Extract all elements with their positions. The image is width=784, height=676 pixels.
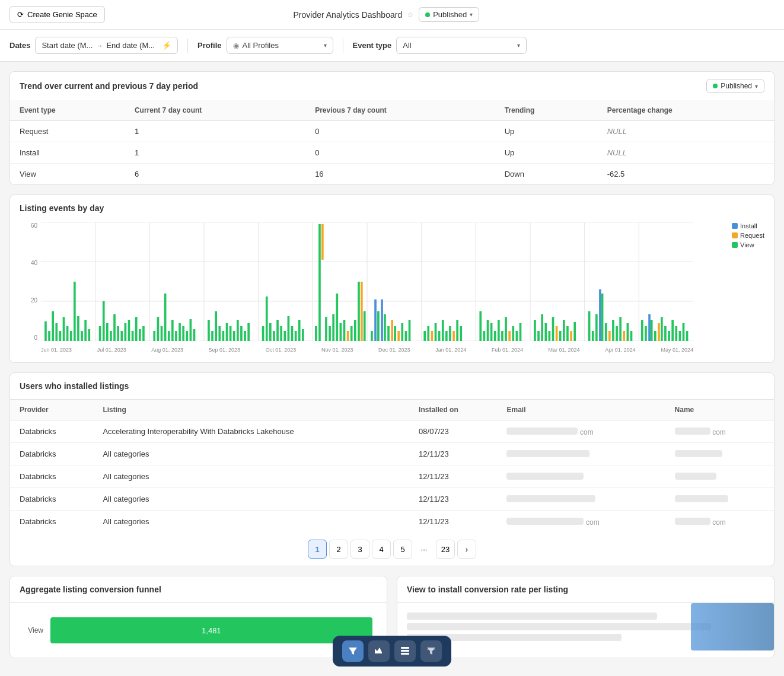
svg-rect-74 xyxy=(295,331,297,341)
view-color-dot xyxy=(732,242,738,248)
svg-rect-62 xyxy=(240,326,243,341)
page-1-button[interactable]: 1 xyxy=(308,540,327,559)
provider-cell: Databricks xyxy=(10,465,93,488)
svg-rect-28 xyxy=(99,326,101,341)
email-cell xyxy=(497,488,665,511)
col-listing: Listing xyxy=(93,400,409,420)
svg-rect-84 xyxy=(340,323,342,341)
svg-rect-82 xyxy=(332,314,334,341)
svg-rect-76 xyxy=(302,329,304,341)
svg-rect-45 xyxy=(168,331,170,341)
svg-rect-151 xyxy=(630,331,633,341)
filter-toolbar-button[interactable] xyxy=(342,640,364,662)
page-3-button[interactable]: 3 xyxy=(350,540,369,559)
chart-toolbar-button[interactable] xyxy=(368,640,390,662)
top-nav: ⟳ Create Genie Space Provider Analytics … xyxy=(0,0,784,30)
svg-rect-34 xyxy=(120,331,123,341)
filter-toolbar-icon xyxy=(348,646,358,656)
users-table-scroll[interactable]: Provider Listing Installed on Email Name… xyxy=(10,400,774,532)
svg-rect-97 xyxy=(387,326,390,341)
previous-count-cell: 0 xyxy=(305,121,495,142)
svg-rect-131 xyxy=(549,331,551,341)
event-type-cell: Install xyxy=(10,142,125,164)
email-cell xyxy=(497,443,665,465)
svg-rect-60 xyxy=(233,331,235,341)
change-cell: NULL xyxy=(598,121,774,142)
x-axis: Jun 01, 2023 Jul 01, 2023 Aug 01, 2023 S… xyxy=(41,347,693,353)
trend-published-label: Published xyxy=(721,82,752,90)
provider-cell: Databricks xyxy=(10,420,93,443)
users-card-header: Users who installed listings xyxy=(10,373,774,400)
svg-rect-67 xyxy=(269,323,272,341)
svg-rect-30 xyxy=(106,323,109,341)
published-status-badge[interactable]: Published ▾ xyxy=(419,7,479,22)
svg-rect-15 xyxy=(44,321,47,341)
svg-rect-29 xyxy=(103,301,105,341)
svg-rect-91 xyxy=(364,311,366,341)
svg-rect-90 xyxy=(361,282,363,341)
create-genie-button[interactable]: ⟳ Create Genie Space xyxy=(9,6,105,23)
svg-rect-127 xyxy=(534,320,536,341)
page-5-button[interactable]: 5 xyxy=(393,540,412,559)
svg-rect-117 xyxy=(487,320,489,341)
funnel-card-title: Aggregate listing conversion funnel xyxy=(20,585,161,594)
trend-card-title: Trend over current and previous 7 day pe… xyxy=(20,81,198,91)
chart-toolbar-icon xyxy=(374,646,384,656)
event-type-chevron-icon: ▾ xyxy=(517,42,520,49)
svg-rect-111 xyxy=(449,326,451,341)
funnel-toolbar-button[interactable] xyxy=(420,640,442,662)
col-percentage-change: Percentage change xyxy=(598,100,774,121)
svg-rect-49 xyxy=(182,326,184,341)
trend-table: Event type Current 7 day count Previous … xyxy=(10,100,774,184)
lightning-icon: ⚡ xyxy=(162,41,171,50)
table-toolbar-button[interactable] xyxy=(394,640,416,662)
svg-rect-150 xyxy=(627,323,629,341)
profile-select[interactable]: ◉ All Profiles ▾ xyxy=(227,37,333,54)
svg-rect-104 xyxy=(423,331,426,341)
svg-rect-143 xyxy=(601,294,604,341)
trend-status-dot xyxy=(713,84,718,88)
page-23-button[interactable]: 23 xyxy=(436,540,455,559)
svg-rect-55 xyxy=(215,311,217,341)
y-axis: 60 40 20 0 xyxy=(20,222,37,341)
svg-rect-66 xyxy=(266,296,268,341)
svg-rect-89 xyxy=(358,282,360,341)
svg-rect-83 xyxy=(336,294,338,341)
table-row: View 6 16 Down -62.5 xyxy=(10,164,774,185)
col-installed-on: Installed on xyxy=(409,400,497,420)
svg-rect-57 xyxy=(222,331,225,341)
svg-rect-141 xyxy=(595,314,598,341)
install-color-dot xyxy=(732,223,738,229)
svg-rect-158 xyxy=(661,317,663,341)
svg-rect-36 xyxy=(128,320,130,341)
globe-icon: ◉ xyxy=(233,42,239,50)
list-item: Databricks All categories 12/11/23 com c… xyxy=(10,511,774,533)
svg-rect-153 xyxy=(645,326,647,341)
svg-rect-160 xyxy=(668,331,670,341)
date-range-input[interactable]: Start date (M... → End date (M... ⚡ xyxy=(35,37,178,54)
svg-rect-98 xyxy=(391,320,393,341)
svg-rect-81 xyxy=(329,326,331,341)
event-type-select[interactable]: All ▾ xyxy=(396,37,527,54)
listing-cell: All categories xyxy=(93,443,409,465)
svg-rect-114 xyxy=(460,326,462,341)
date-arrow-icon: → xyxy=(96,42,103,49)
trend-published-badge[interactable]: Published ▾ xyxy=(706,79,764,93)
svg-rect-165 xyxy=(686,331,689,341)
svg-rect-99 xyxy=(394,326,396,341)
svg-rect-51 xyxy=(190,319,192,341)
star-icon[interactable]: ☆ xyxy=(407,10,414,19)
svg-rect-26 xyxy=(84,320,87,341)
dates-filter-group: Dates Start date (M... → End date (M... … xyxy=(9,37,178,54)
page-ellipsis-button[interactable]: ··· xyxy=(415,540,434,559)
svg-rect-64 xyxy=(247,323,250,341)
page-4-button[interactable]: 4 xyxy=(372,540,391,559)
svg-rect-148 xyxy=(619,317,622,341)
page-next-button[interactable]: › xyxy=(457,540,476,559)
svg-rect-109 xyxy=(442,320,444,341)
svg-rect-142 xyxy=(599,289,601,341)
page-2-button[interactable]: 2 xyxy=(329,540,348,559)
svg-rect-162 xyxy=(675,326,677,341)
funnel-view-bar: View 1,481 xyxy=(20,617,377,643)
svg-rect-129 xyxy=(541,314,543,341)
